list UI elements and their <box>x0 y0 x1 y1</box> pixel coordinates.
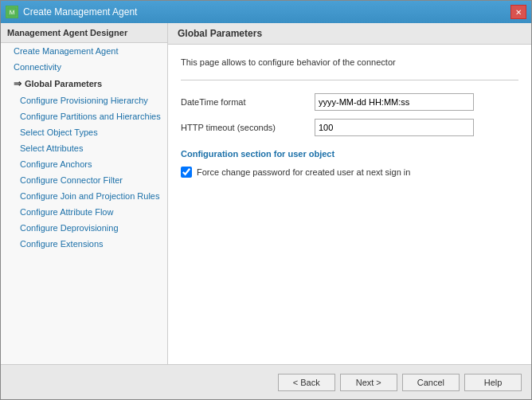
sidebar-item-select-attributes[interactable]: Select Attributes <box>1 140 167 156</box>
sidebar-header: Management Agent Designer <box>1 23 167 43</box>
sidebar-label-global-params: Global Parameters <box>25 79 102 88</box>
main-panel-content: This page allows to configure behavior o… <box>168 45 531 364</box>
section-header: Configuration section for user object <box>181 149 518 159</box>
sidebar-label-configure-partitions: Configure Partitions and Hierarchies <box>20 112 161 121</box>
sidebar-item-create[interactable]: Create Management Agent <box>1 43 167 59</box>
description-text: This page allows to configure behavior o… <box>181 57 518 67</box>
arrow-icon: ⇒ <box>14 78 22 89</box>
sidebar-item-configure-partitions[interactable]: Configure Partitions and Hierarchies <box>1 108 167 124</box>
back-button[interactable]: < Back <box>278 374 335 391</box>
sidebar-item-configure-provisioning[interactable]: Configure Provisioning Hierarchy <box>1 92 167 108</box>
title-bar-left: M Create Management Agent <box>6 6 137 18</box>
sidebar-label-configure-extensions: Configure Extensions <box>20 239 104 249</box>
sidebar-item-configure-anchors[interactable]: Configure Anchors <box>1 156 167 172</box>
sidebar-label-create: Create Management Agent <box>14 46 118 56</box>
window-title: Create Management Agent <box>23 6 137 18</box>
sidebar-item-configure-connector-filter[interactable]: Configure Connector Filter <box>1 172 167 188</box>
sidebar-item-configure-deprovisioning[interactable]: Configure Deprovisioning <box>1 220 167 236</box>
sidebar-label-configure-provisioning: Configure Provisioning Hierarchy <box>20 96 148 105</box>
datetime-label: DateTime format <box>181 97 308 107</box>
content-area: Management Agent Designer Create Managem… <box>1 23 531 364</box>
next-button[interactable]: Next > <box>340 374 397 391</box>
separator <box>181 80 518 80</box>
sidebar-item-global-params[interactable]: ⇒ Global Parameters <box>1 75 167 92</box>
sidebar-label-configure-connector-filter: Configure Connector Filter <box>20 175 123 185</box>
sidebar-label-select-object-types: Select Object Types <box>20 127 98 137</box>
svg-text:M: M <box>10 9 15 16</box>
title-bar: M Create Management Agent ✕ <box>1 1 531 23</box>
help-button[interactable]: Help <box>464 374 522 391</box>
close-button[interactable]: ✕ <box>510 5 526 19</box>
force-password-checkbox[interactable] <box>181 167 192 178</box>
sidebar-label-configure-deprovisioning: Configure Deprovisioning <box>20 223 119 233</box>
sidebar-item-configure-attribute-flow[interactable]: Configure Attribute Flow <box>1 204 167 220</box>
http-timeout-label: HTTP timeout (seconds) <box>181 123 308 132</box>
main-panel: Global Parameters This page allows to co… <box>168 23 531 364</box>
sidebar-item-connectivity[interactable]: Connectivity <box>1 59 167 75</box>
app-icon: M <box>6 6 18 18</box>
title-bar-controls: ✕ <box>510 5 526 19</box>
main-window: M Create Management Agent ✕ Management A… <box>0 0 532 400</box>
sidebar-label-select-attributes: Select Attributes <box>20 143 84 153</box>
datetime-input[interactable] <box>315 93 474 111</box>
http-timeout-input[interactable] <box>315 119 474 136</box>
sidebar-item-select-object-types[interactable]: Select Object Types <box>1 124 167 140</box>
sidebar-label-connectivity: Connectivity <box>14 62 61 72</box>
sidebar-item-configure-extensions[interactable]: Configure Extensions <box>1 236 167 252</box>
sidebar-label-configure-attribute-flow: Configure Attribute Flow <box>20 207 113 217</box>
sidebar-label-configure-join: Configure Join and Projection Rules <box>20 191 160 201</box>
sidebar-label-configure-anchors: Configure Anchors <box>20 159 92 169</box>
cancel-button[interactable]: Cancel <box>402 374 460 391</box>
sidebar: Management Agent Designer Create Managem… <box>1 23 168 364</box>
main-panel-header: Global Parameters <box>168 23 531 45</box>
force-password-row: Force change password for created user a… <box>181 167 518 178</box>
sidebar-item-configure-join[interactable]: Configure Join and Projection Rules <box>1 188 167 204</box>
footer: < Back Next > Cancel Help <box>1 364 531 399</box>
http-timeout-row: HTTP timeout (seconds) <box>181 119 518 136</box>
force-password-label: Force change password for created user a… <box>197 167 410 177</box>
datetime-row: DateTime format <box>181 93 518 111</box>
